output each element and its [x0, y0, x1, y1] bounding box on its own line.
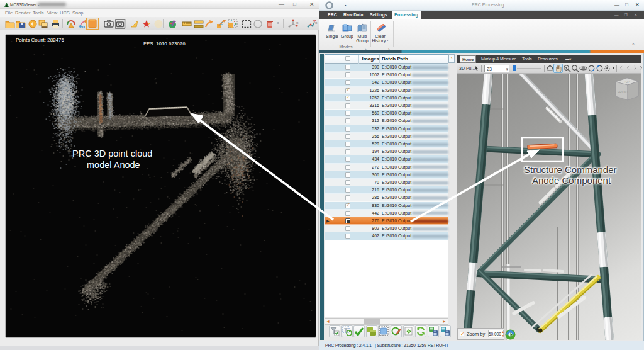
svg-text:FRONT: FRONT	[618, 90, 628, 94]
svg-text:TOP: TOP	[624, 81, 630, 84]
